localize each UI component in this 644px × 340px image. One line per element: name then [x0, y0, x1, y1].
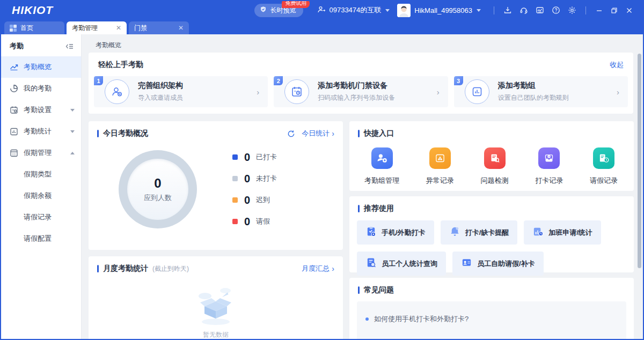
- tab-close-icon[interactable]: ✕: [175, 24, 184, 32]
- step-number-badge: 3: [454, 76, 463, 85]
- quick-item-exception-records[interactable]: 异常记录: [426, 147, 454, 186]
- leave-record-icon: [593, 147, 614, 169]
- legend-item-not-checked-in: 0 未打卡: [232, 173, 277, 185]
- attendance-group-icon: [465, 79, 489, 104]
- chevron-up-icon: [70, 152, 75, 154]
- empty-box-illustration: [190, 282, 241, 329]
- sidebar-item-attendance-settings[interactable]: 考勤设置: [1, 99, 81, 121]
- onboarding-title: 轻松上手考勤: [98, 60, 143, 70]
- org-switcher[interactable]: 09733474的互联: [317, 5, 390, 16]
- quick-item-label: 请假记录: [590, 176, 618, 186]
- tab-access-control[interactable]: 门禁 ✕: [129, 21, 189, 34]
- sidebar-item-attendance-overview[interactable]: 考勤概览: [1, 56, 81, 78]
- legend-swatch: [232, 219, 238, 224]
- header-divider: [494, 6, 494, 14]
- settings-gear-icon[interactable]: [564, 3, 580, 17]
- title-accent-bar: [358, 286, 360, 294]
- sidebar-subitem-holiday-type[interactable]: 假期类型: [1, 164, 81, 185]
- title-accent-bar: [358, 130, 360, 137]
- download-icon[interactable]: [500, 3, 516, 17]
- workbench-icon[interactable]: [532, 3, 548, 17]
- faq-panel: 如何使用手机打卡和外勤打卡? 他人如何查看个人统计或团队统计?: [357, 301, 626, 339]
- minimize-button[interactable]: [591, 3, 606, 17]
- sidebar: 考勤 考勤概览 我的考勤 考勤设置: [1, 34, 82, 339]
- tab-bar: 首页 考勤管理 ✕ 门禁 ✕: [0, 20, 644, 34]
- chevron-down-icon: [70, 109, 75, 112]
- legend-item-late: 0 迟到: [232, 194, 277, 206]
- sidebar-item-label: 考勤概览: [24, 62, 75, 72]
- app-window: HIKIOT 长时预览 免费试用 09733474的互联 HikMall_499…: [0, 0, 644, 340]
- close-button[interactable]: [621, 3, 636, 17]
- top-bar: HIKIOT 长时预览 免费试用 09733474的互联 HikMall_499…: [0, 0, 644, 20]
- legend-value: 0: [244, 173, 256, 185]
- donut-legend: 0 已打卡 0 未打卡 0 迟到 0: [232, 151, 277, 228]
- sidebar-collapse-icon[interactable]: [65, 43, 74, 50]
- recommended-mobile-punch-button[interactable]: 手机/外勤打卡: [357, 220, 434, 245]
- recommended-self-service-button[interactable]: 员工自助请假/补卡: [452, 252, 544, 276]
- help-icon[interactable]: [548, 3, 564, 17]
- quick-item-punch-records[interactable]: 打卡记录: [535, 147, 563, 186]
- legend-label: 已打卡: [256, 152, 277, 162]
- overtime-chart-icon: [532, 226, 544, 239]
- sidebar-item-label: 假期管理: [24, 148, 70, 158]
- refresh-icon[interactable]: [287, 130, 295, 138]
- recommended-label: 手机/外勤打卡: [382, 228, 426, 238]
- sidebar-subitem-leave-records[interactable]: 请假记录: [1, 206, 81, 228]
- tab-home[interactable]: 首页: [4, 21, 64, 34]
- onboarding-step-device[interactable]: 2 添加考勤机/门禁设备 扫码或输入序列号添加设备 ›: [274, 76, 448, 107]
- sidebar-item-holiday-management[interactable]: 假期管理: [1, 142, 81, 164]
- tab-close-icon[interactable]: ✕: [113, 24, 121, 32]
- card-person-icon: [461, 257, 472, 270]
- user-add-icon: [371, 147, 393, 169]
- home-grid-icon: [10, 25, 17, 32]
- support-headset-icon[interactable]: [516, 3, 532, 17]
- breadcrumb: 考勤概览: [96, 41, 121, 50]
- recommended-overtime-button[interactable]: 加班申请/统计: [524, 220, 601, 245]
- recommended-personal-stats-button[interactable]: 员工个人统计查询: [357, 252, 446, 276]
- preview-button[interactable]: 长时预览 免费试用: [254, 4, 303, 17]
- step-number-badge: 2: [274, 76, 283, 85]
- monthly-summary-link[interactable]: 月度汇总: [302, 264, 334, 274]
- sidebar-subitem-label: 假期类型: [24, 169, 52, 179]
- onboarding-step-group[interactable]: 3 添加考勤组 设置自己团队的考勤规则 ›: [454, 76, 628, 107]
- sidebar-subitem-holiday-balance[interactable]: 假期余额: [1, 185, 81, 206]
- step-title: 完善组织架构: [138, 81, 257, 91]
- avatar[interactable]: [397, 4, 411, 17]
- legend-value: 0: [244, 216, 256, 228]
- quick-item-label: 异常记录: [426, 176, 454, 186]
- monthly-card-subtitle: (截止到昨天): [152, 264, 189, 274]
- scrollbar-thumb[interactable]: [638, 54, 641, 268]
- org-name: 09733474的互联: [329, 5, 381, 15]
- calendar-icon: [10, 149, 18, 157]
- faq-title: 常见问题: [364, 285, 394, 295]
- onboarding-step-org[interactable]: 1 完善组织架构 导入或邀请成员 ›: [94, 76, 268, 107]
- user-menu[interactable]: HikMall_49958063: [414, 6, 481, 14]
- recommended-punch-reminder-button[interactable]: 打卡/缺卡提醒: [441, 220, 518, 245]
- quick-item-label: 打卡记录: [535, 176, 563, 186]
- restore-button[interactable]: [606, 3, 621, 17]
- recommended-label: 员工自助请假/补卡: [477, 259, 535, 269]
- quick-item-attendance-group[interactable]: 考勤组管理: [364, 147, 399, 186]
- attendance-donut-chart: 0 应到人数: [119, 150, 197, 228]
- faq-question[interactable]: 如何使用手机打卡和外勤打卡?: [365, 314, 618, 324]
- today-stats-link[interactable]: 今日统计: [302, 129, 334, 138]
- quick-item-leave-records[interactable]: 请假记录: [590, 147, 618, 186]
- switch-account-icon: [317, 5, 326, 16]
- chevron-right-icon: [332, 264, 334, 273]
- recommended-label: 加班申请/统计: [548, 228, 592, 238]
- tab-attendance-management[interactable]: 考勤管理 ✕: [67, 21, 127, 34]
- issue-detect-icon: [484, 147, 506, 169]
- sidebar-subitem-leave-config[interactable]: 请假配置: [1, 228, 81, 249]
- quick-entry-card: 快捷入口 考勤组管理 异常记录: [349, 121, 634, 191]
- recommended-card: 推荐使用 手机/外勤打卡 打卡/缺卡提醒: [349, 196, 634, 272]
- collapse-link[interactable]: 收起: [610, 60, 624, 70]
- chevron-right-icon: ›: [617, 87, 619, 97]
- legend-value: 0: [244, 151, 256, 164]
- quick-item-issue-detection[interactable]: 问题检测: [481, 147, 509, 186]
- sidebar-item-my-attendance[interactable]: 我的考勤: [1, 78, 81, 99]
- quick-entry-title: 快捷入口: [364, 129, 394, 138]
- vertical-scrollbar[interactable]: [638, 54, 641, 339]
- doc-search-icon: [365, 257, 377, 270]
- step-number-badge: 1: [94, 76, 103, 85]
- sidebar-item-attendance-statistics[interactable]: 考勤统计: [1, 121, 81, 142]
